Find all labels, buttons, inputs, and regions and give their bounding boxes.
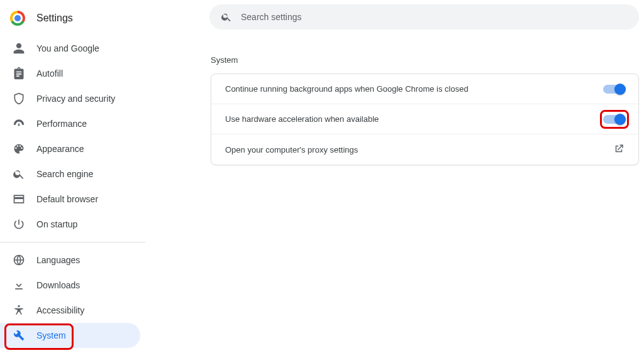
sidebar-item-label: Performance <box>36 119 87 129</box>
sidebar-item-label: Privacy and security <box>36 94 115 104</box>
browser-icon <box>13 193 25 205</box>
row-label: Continue running background apps when Go… <box>225 84 469 94</box>
search-icon <box>13 168 25 180</box>
shield-icon <box>13 92 25 105</box>
sidebar: Settings You and Google Autofill Privacy… <box>0 0 145 353</box>
sidebar-item-label: System <box>36 330 66 340</box>
row-label: Use hardware acceleration when available <box>225 114 379 124</box>
external-link-icon <box>613 143 625 156</box>
sidebar-item-label: On startup <box>36 219 77 229</box>
toggle-hw-accel[interactable] <box>603 115 625 124</box>
sidebar-item-label: Accessibility <box>36 305 84 315</box>
sidebar-item-startup[interactable]: On startup <box>0 212 140 237</box>
sidebar-item-default[interactable]: Default browser <box>0 187 140 212</box>
sidebar-header: Settings <box>0 0 145 36</box>
search-input[interactable] <box>241 12 628 22</box>
sidebar-item-system[interactable]: System <box>0 323 140 348</box>
svg-point-1 <box>18 305 19 307</box>
palette-icon <box>13 143 25 155</box>
sidebar-item-you[interactable]: You and Google <box>0 36 140 61</box>
sidebar-item-languages[interactable]: Languages <box>0 247 140 273</box>
sidebar-item-performance[interactable]: Performance <box>0 111 140 136</box>
person-icon <box>13 42 25 55</box>
sidebar-item-autofill[interactable]: Autofill <box>0 61 140 86</box>
sidebar-item-appearance[interactable]: Appearance <box>0 136 140 161</box>
search-box[interactable] <box>209 4 639 30</box>
toggle-bg-apps[interactable] <box>603 85 625 94</box>
sidebar-item-privacy[interactable]: Privacy and security <box>0 86 140 111</box>
row-proxy[interactable]: Open your computer's proxy settings <box>211 134 638 165</box>
row-bg-apps[interactable]: Continue running background apps when Go… <box>211 74 638 104</box>
sidebar-item-label: Appearance <box>36 144 84 154</box>
sidebar-item-label: Autofill <box>36 68 63 79</box>
row-label: Open your computer's proxy settings <box>225 145 358 155</box>
sidebar-item-label: Default browser <box>36 194 98 204</box>
row-hw-accel[interactable]: Use hardware acceleration when available <box>211 104 638 134</box>
power-icon <box>13 218 25 231</box>
sidebar-item-label: Downloads <box>36 280 80 290</box>
sidebar-item-search[interactable]: Search engine <box>0 161 140 187</box>
section-title: System <box>211 55 644 65</box>
sidebar-item-downloads[interactable]: Downloads <box>0 273 140 298</box>
clipboard-icon <box>13 67 25 80</box>
search-icon <box>221 11 232 23</box>
sidebar-item-label: Search engine <box>36 169 93 179</box>
sidebar-item-accessibility[interactable]: Accessibility <box>0 298 140 323</box>
page-title: Settings <box>36 13 73 24</box>
main-content: System Continue running background apps … <box>145 0 644 353</box>
speed-icon <box>13 117 25 130</box>
sidebar-item-label: Languages <box>36 255 80 265</box>
accessibility-icon <box>13 304 25 317</box>
chrome-logo-icon <box>10 11 25 26</box>
settings-card: Continue running background apps when Go… <box>211 73 639 165</box>
download-icon <box>13 279 25 291</box>
sidebar-item-label: You and Google <box>36 43 99 53</box>
globe-icon <box>13 254 25 266</box>
sidebar-divider <box>0 242 145 242</box>
wrench-icon <box>13 329 25 342</box>
sidebar-nav[interactable]: You and Google Autofill Privacy and secu… <box>0 36 145 353</box>
